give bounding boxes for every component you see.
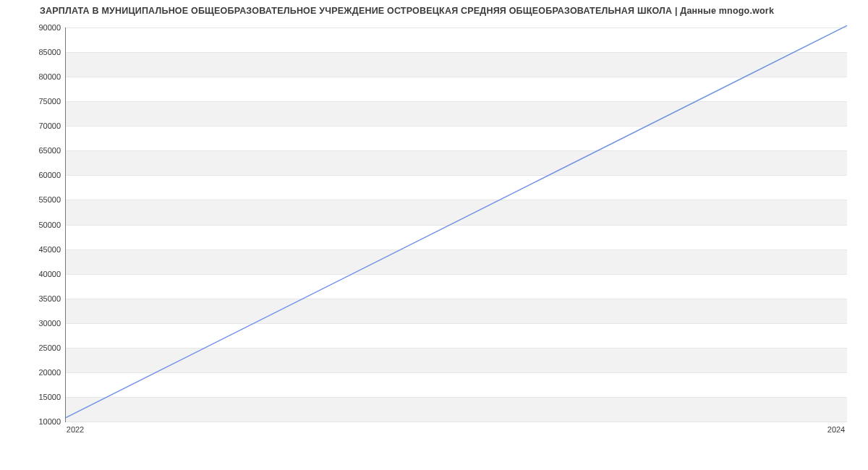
y-tick-label: 25000 — [38, 343, 61, 352]
y-tick-label: 75000 — [38, 97, 61, 106]
x-tick-label: 2022 — [67, 425, 84, 434]
y-tick-label: 80000 — [38, 72, 61, 81]
y-tick-label: 10000 — [38, 417, 61, 426]
y-tick-label: 60000 — [38, 171, 61, 179]
y-tick-label: 55000 — [38, 195, 61, 204]
y-tick-label: 50000 — [38, 221, 61, 229]
y-tick-label: 85000 — [38, 48, 61, 56]
chart-title: ЗАРПЛАТА В МУНИЦИПАЛЬНОЕ ОБЩЕОБРАЗОВАТЕЛ… — [40, 6, 846, 16]
series-line — [66, 25, 847, 417]
y-tick-label: 70000 — [38, 121, 61, 130]
y-tick-label: 20000 — [38, 368, 61, 377]
y-tick-label: 45000 — [38, 245, 61, 254]
x-tick-label: 2024 — [827, 425, 845, 434]
y-tick-label: 15000 — [38, 393, 61, 401]
y-tick-label: 40000 — [38, 270, 61, 278]
y-tick-label: 35000 — [38, 294, 61, 303]
y-tick-label: 90000 — [38, 23, 61, 32]
plot-area — [65, 27, 847, 422]
y-tick-label: 30000 — [38, 319, 61, 328]
chart-container: ЗАРПЛАТА В МУНИЦИПАЛЬНОЕ ОБЩЕОБРАЗОВАТЕЛ… — [0, 0, 868, 470]
y-axis-labels: 1000015000200002500030000350004000045000… — [0, 27, 61, 422]
line-layer — [66, 27, 847, 422]
gridline — [66, 422, 847, 422]
y-tick-label: 65000 — [38, 146, 61, 155]
